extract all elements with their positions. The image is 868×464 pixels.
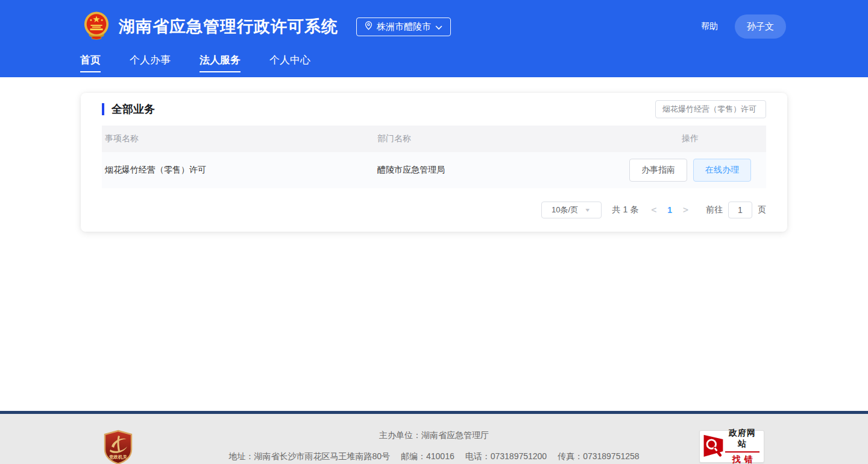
footer-phone: 电话：073189751200 (465, 451, 547, 462)
goto-label: 前往 (706, 205, 723, 215)
footer-fax: 传真：073189751258 (558, 451, 639, 462)
total-count: 共 1 条 (612, 205, 639, 215)
nav-item-legal-services[interactable]: 法人服务 (200, 53, 241, 72)
column-header-item-name: 事项名称 (102, 133, 377, 144)
page-size-select[interactable]: 10条/页 ▼ (541, 202, 602, 218)
column-header-department-name: 部门名称 (377, 133, 614, 144)
next-page-button[interactable]: > (683, 205, 688, 215)
page-footer: 党政机关 主办单位：湖南省应急管理厅 地址：湖南省长沙市雨花区马王堆南路80号 … (0, 414, 868, 464)
help-link[interactable]: 帮助 (701, 21, 718, 32)
error-badge-subtitle: 找错 (725, 454, 760, 464)
cell-item-name: 烟花爆竹经营（零售）许可 (102, 165, 377, 176)
business-list-card: 全部业务 事项名称 部门名称 操作 烟花爆竹经营（零售）许可 醴陵市应急管理局 … (81, 93, 787, 232)
error-badge-title: 政府网站 (725, 428, 760, 453)
title-accent-bar (102, 103, 104, 115)
magnifier-flag-icon (701, 431, 725, 462)
chevron-down-icon: ▼ (584, 208, 591, 213)
app-header: 湖南省应急管理行政许可系统 株洲市醴陵市 帮助 孙子文 首页 个人办事 法人服务… (0, 0, 868, 77)
page-title: 湖南省应急管理行政许可系统 (119, 16, 338, 37)
footer-address: 地址：湖南省长沙市雨花区马王堆南路80号 (228, 451, 390, 462)
column-header-actions: 操作 (614, 133, 766, 144)
nav-item-personal-affairs[interactable]: 个人办事 (130, 53, 171, 72)
location-pin-icon (365, 21, 373, 32)
search-input[interactable] (655, 100, 766, 118)
table-header: 事项名称 部门名称 操作 (102, 126, 766, 152)
online-handle-button[interactable]: 在线办理 (693, 159, 751, 182)
national-emblem-icon (83, 11, 110, 42)
main-content: 全部业务 事项名称 部门名称 操作 烟花爆竹经营（零售）许可 醴陵市应急管理局 … (0, 93, 868, 411)
goto-page-input[interactable] (728, 202, 752, 218)
nav-item-personal-center[interactable]: 个人中心 (269, 53, 310, 72)
page-unit-label: 页 (758, 205, 766, 215)
page-size-value: 10条/页 (552, 205, 578, 215)
cell-department-name: 醴陵市应急管理局 (377, 165, 614, 176)
location-selector[interactable]: 株洲市醴陵市 (356, 17, 451, 36)
party-government-badge-icon: 党政机关 (102, 430, 134, 464)
prev-page-button[interactable]: < (651, 205, 656, 215)
main-nav: 首页 个人办事 法人服务 个人中心 (0, 53, 868, 77)
current-page-number[interactable]: 1 (667, 205, 672, 215)
svg-text:党政机关: 党政机关 (108, 454, 128, 460)
table-row: 烟花爆竹经营（零售）许可 醴陵市应急管理局 办事指南 在线办理 (102, 152, 766, 188)
card-title: 全部业务 (112, 102, 155, 116)
gov-site-error-report-badge[interactable]: 政府网站 找错 (699, 430, 764, 463)
location-label: 株洲市醴陵市 (377, 21, 431, 33)
user-avatar[interactable]: 孙子文 (735, 14, 786, 39)
pagination: 10条/页 ▼ 共 1 条 < 1 > 前往 页 (102, 202, 766, 218)
service-guide-button[interactable]: 办事指南 (629, 159, 687, 182)
header-top-row: 湖南省应急管理行政许可系统 株洲市醴陵市 帮助 孙子文 (0, 0, 868, 53)
chevron-down-icon (435, 22, 442, 32)
nav-item-home[interactable]: 首页 (80, 53, 101, 72)
footer-postcode: 邮编：410016 (401, 451, 454, 462)
